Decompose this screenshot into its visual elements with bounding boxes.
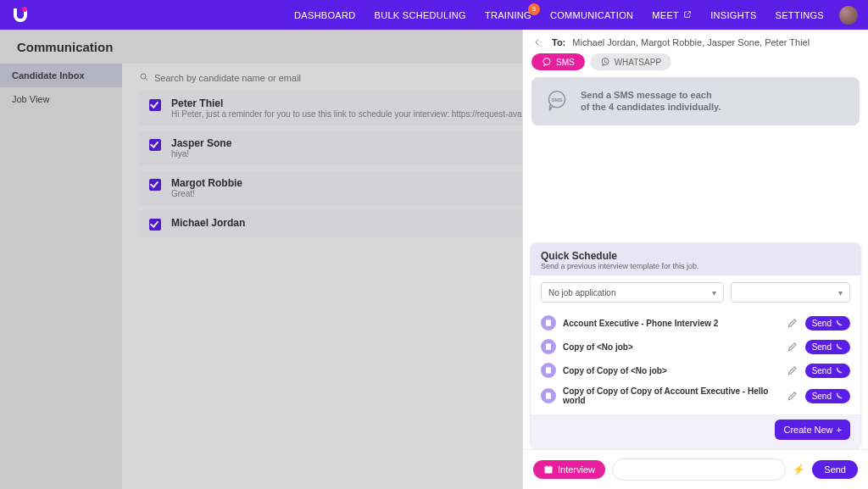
user-avatar[interactable]: [839, 6, 858, 25]
template-icon: [541, 363, 556, 378]
to-label: To:: [552, 37, 565, 47]
interview-button[interactable]: Interview: [533, 460, 605, 479]
template-label: Account Executive - Phone Interview 2: [563, 319, 780, 328]
sms-icon: [542, 57, 552, 67]
svg-text:SMS: SMS: [551, 97, 562, 103]
calendar-icon: [543, 464, 554, 475]
svg-point-0: [22, 7, 27, 12]
svg-rect-10: [546, 392, 551, 399]
template-label: Copy of <No job>: [563, 342, 780, 352]
panel-header: To: Michael Jordan, Margot Robbie, Jaspe…: [523, 30, 868, 53]
svg-point-1: [141, 74, 146, 79]
template-icon: [541, 388, 556, 403]
sms-bubble-icon: SMS: [545, 89, 569, 113]
info-card: SMS Send a SMS message to each of the 4 …: [531, 77, 860, 125]
nav-meet[interactable]: MEET: [652, 10, 692, 20]
create-new-button[interactable]: Create New +: [775, 420, 850, 440]
app-logo[interactable]: [10, 5, 31, 25]
sidebar-item-job-view[interactable]: Job View: [0, 87, 122, 111]
interview-label: Interview: [558, 464, 595, 475]
svg-point-4: [602, 58, 609, 65]
template-send-button[interactable]: Send: [805, 364, 850, 378]
job-application-select[interactable]: No job application ▾: [541, 282, 724, 303]
quick-schedule-card: Quick Schedule Send a previous interview…: [530, 242, 861, 449]
compose-bar: Interview ⚡ Send: [523, 449, 868, 489]
template-icon: [541, 339, 556, 354]
candidate-name: Jasper Sone: [171, 137, 231, 149]
to-recipients: Michael Jordan, Margot Robbie, Jasper So…: [572, 37, 810, 47]
edit-icon[interactable]: [787, 364, 798, 376]
candidate-checkbox[interactable]: [149, 179, 161, 191]
nav-training-label: TRAINING: [485, 10, 531, 20]
svg-line-2: [146, 79, 148, 81]
quick-schedule-title: Quick Schedule: [541, 250, 850, 262]
training-badge: 3: [528, 3, 540, 15]
nav-settings[interactable]: SETTINGS: [776, 10, 824, 20]
page-title: Communication: [17, 40, 113, 54]
quick-schedule-subtitle: Send a previous interview template for t…: [541, 262, 850, 270]
edit-icon[interactable]: [787, 317, 798, 329]
whatsapp-icon: [600, 57, 610, 67]
search-icon: [139, 72, 149, 84]
tab-whatsapp-label: WHATSAPP: [615, 58, 661, 67]
candidate-preview: Great!: [171, 189, 242, 198]
sidebar-item-candidate-inbox[interactable]: Candidate Inbox: [0, 64, 122, 87]
template-label: Copy of Copy of <No job>: [563, 366, 780, 375]
svg-point-3: [543, 58, 550, 65]
template-row: Copy of <No job> Send: [531, 335, 860, 358]
info-line-1: Send a SMS message to each: [581, 89, 721, 101]
top-nav: DASHBOARD BULK SCHEDULING TRAINING 3 COM…: [0, 0, 868, 30]
secondary-select[interactable]: ▾: [731, 282, 850, 303]
chevron-down-icon: ▾: [712, 288, 716, 297]
template-send-button[interactable]: Send: [805, 389, 850, 403]
svg-rect-9: [546, 367, 551, 374]
info-line-2: of the 4 candidates individually.: [581, 101, 721, 113]
back-icon[interactable]: [531, 36, 543, 48]
template-send-button[interactable]: Send: [805, 316, 850, 331]
message-input[interactable]: [612, 458, 786, 481]
create-new-label: Create New: [783, 425, 832, 435]
template-list: Account Executive - Phone Interview 2 Se…: [531, 309, 860, 414]
candidate-preview: hiya!: [171, 149, 231, 158]
nav-insights[interactable]: INSIGHTS: [710, 10, 756, 20]
template-row: Copy of Copy of Copy of Account Executiv…: [531, 382, 860, 409]
message-tabs: SMS WHATSAPP: [523, 53, 868, 77]
template-row: Copy of Copy of <No job> Send: [531, 358, 860, 382]
tab-whatsapp[interactable]: WHATSAPP: [590, 53, 671, 70]
job-application-value: No job application: [548, 288, 616, 297]
svg-rect-7: [546, 320, 551, 326]
left-sidebar: Candidate Inbox Job View: [0, 64, 122, 489]
template-send-button[interactable]: Send: [805, 340, 850, 354]
chevron-down-icon: ▾: [838, 288, 843, 297]
compose-panel: To: Michael Jordan, Margot Robbie, Jaspe…: [522, 30, 868, 489]
svg-rect-8: [546, 343, 551, 350]
candidate-name: Michael Jordan: [171, 217, 245, 229]
svg-rect-12: [545, 467, 553, 469]
nav-meet-label: MEET: [652, 10, 679, 20]
nav-dashboard[interactable]: DASHBOARD: [294, 10, 355, 20]
nav-training[interactable]: TRAINING 3: [485, 10, 531, 20]
nav-bulk-scheduling[interactable]: BULK SCHEDULING: [375, 10, 466, 20]
edit-icon[interactable]: [787, 390, 798, 402]
quick-actions-icon[interactable]: ⚡: [793, 464, 805, 475]
nav-communication[interactable]: COMMUNICATION: [550, 10, 633, 20]
candidate-name: Margot Robbie: [171, 177, 242, 189]
candidate-checkbox[interactable]: [149, 139, 161, 151]
candidate-checkbox[interactable]: [149, 99, 161, 111]
template-label: Copy of Copy of Copy of Account Executiv…: [563, 386, 780, 405]
template-row: Account Executive - Phone Interview 2 Se…: [531, 311, 860, 335]
edit-icon[interactable]: [787, 341, 798, 353]
plus-icon: +: [837, 425, 842, 435]
external-link-icon: [683, 10, 692, 20]
tab-sms-label: SMS: [556, 58, 575, 67]
tab-sms[interactable]: SMS: [531, 53, 585, 70]
send-button[interactable]: Send: [812, 460, 858, 479]
candidate-checkbox[interactable]: [149, 219, 161, 231]
template-icon: [541, 315, 556, 331]
